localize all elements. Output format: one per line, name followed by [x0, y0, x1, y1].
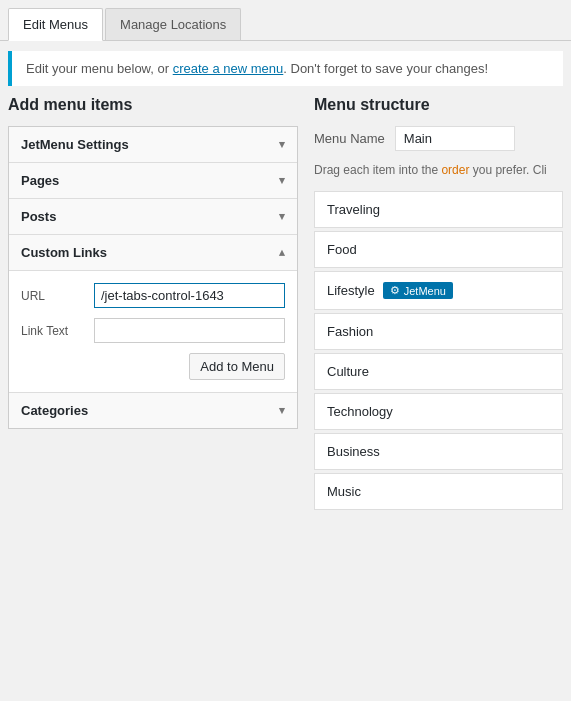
left-panel: Add menu items JetMenu Settings ▾ Pages …: [8, 96, 298, 513]
accordion-item-jetmenu: JetMenu Settings ▾: [9, 127, 297, 163]
menu-item-lifestyle[interactable]: Lifestyle ⚙ JetMenu: [314, 271, 563, 310]
gear-icon: ⚙: [390, 284, 400, 297]
url-input[interactable]: [94, 283, 285, 308]
accordion-header-custom-links[interactable]: Custom Links ▴: [9, 235, 297, 270]
drag-hint: Drag each item into the order you prefer…: [314, 161, 563, 179]
jet-menu-badge: ⚙ JetMenu: [383, 282, 453, 299]
custom-links-body: URL Link Text Add to Menu: [9, 270, 297, 392]
chevron-down-icon-categories: ▾: [279, 404, 285, 417]
menu-item-label-culture: Culture: [327, 364, 369, 379]
accordion-label-posts: Posts: [21, 209, 56, 224]
notice-text-before: Edit your menu below, or: [26, 61, 173, 76]
accordion-item-custom-links: Custom Links ▴ URL Link Text Add to Menu: [9, 235, 297, 393]
link-text-label: Link Text: [21, 324, 86, 338]
main-layout: Add menu items JetMenu Settings ▾ Pages …: [0, 96, 571, 513]
chevron-down-icon-posts: ▾: [279, 210, 285, 223]
menu-item-label-fashion: Fashion: [327, 324, 373, 339]
accordion-item-categories: Categories ▾: [9, 393, 297, 428]
create-new-menu-link[interactable]: create a new menu: [173, 61, 284, 76]
accordion-item-posts: Posts ▾: [9, 199, 297, 235]
menu-item-fashion[interactable]: Fashion: [314, 313, 563, 350]
menu-item-label-traveling: Traveling: [327, 202, 380, 217]
url-label: URL: [21, 289, 86, 303]
menu-item-label-food: Food: [327, 242, 357, 257]
menu-name-input[interactable]: [395, 126, 515, 151]
accordion-header-jetmenu[interactable]: JetMenu Settings ▾: [9, 127, 297, 162]
menu-name-row: Menu Name: [314, 126, 563, 151]
notice-text-after: . Don't forget to save your changes!: [283, 61, 488, 76]
right-panel: Menu structure Menu Name Drag each item …: [314, 96, 563, 513]
menu-item-label-technology: Technology: [327, 404, 393, 419]
accordion-header-categories[interactable]: Categories ▾: [9, 393, 297, 428]
chevron-down-icon-pages: ▾: [279, 174, 285, 187]
accordion-label-pages: Pages: [21, 173, 59, 188]
menu-item-food[interactable]: Food: [314, 231, 563, 268]
menu-item-traveling[interactable]: Traveling: [314, 191, 563, 228]
menu-item-label-lifestyle: Lifestyle: [327, 283, 375, 298]
accordion-label-categories: Categories: [21, 403, 88, 418]
menu-item-label-music: Music: [327, 484, 361, 499]
menu-item-label-business: Business: [327, 444, 380, 459]
menu-name-label: Menu Name: [314, 131, 385, 146]
accordion-header-posts[interactable]: Posts ▾: [9, 199, 297, 234]
tab-edit-menus[interactable]: Edit Menus: [8, 8, 103, 41]
tab-manage-locations[interactable]: Manage Locations: [105, 8, 241, 40]
menu-item-culture[interactable]: Culture: [314, 353, 563, 390]
drag-hint-colored: order: [441, 163, 469, 177]
accordion-label-jetmenu: JetMenu Settings: [21, 137, 129, 152]
accordion-label-custom-links: Custom Links: [21, 245, 107, 260]
accordion: JetMenu Settings ▾ Pages ▾ Posts ▾: [8, 126, 298, 429]
add-menu-items-heading: Add menu items: [8, 96, 298, 114]
url-row: URL: [21, 283, 285, 308]
menu-structure-heading: Menu structure: [314, 96, 563, 114]
link-text-input[interactable]: [94, 318, 285, 343]
add-to-menu-button[interactable]: Add to Menu: [189, 353, 285, 380]
accordion-item-pages: Pages ▾: [9, 163, 297, 199]
link-text-row: Link Text: [21, 318, 285, 343]
accordion-header-pages[interactable]: Pages ▾: [9, 163, 297, 198]
jet-menu-badge-label: JetMenu: [404, 285, 446, 297]
tabs-bar: Edit Menus Manage Locations: [0, 0, 571, 41]
menu-items-list: Traveling Food Lifestyle ⚙ JetMenu Fashi…: [314, 191, 563, 513]
chevron-down-icon-jetmenu: ▾: [279, 138, 285, 151]
menu-item-technology[interactable]: Technology: [314, 393, 563, 430]
add-to-menu-row: Add to Menu: [21, 353, 285, 380]
menu-item-business[interactable]: Business: [314, 433, 563, 470]
notice-bar: Edit your menu below, or create a new me…: [8, 51, 563, 86]
chevron-up-icon-custom-links: ▴: [279, 246, 285, 259]
menu-item-music[interactable]: Music: [314, 473, 563, 510]
